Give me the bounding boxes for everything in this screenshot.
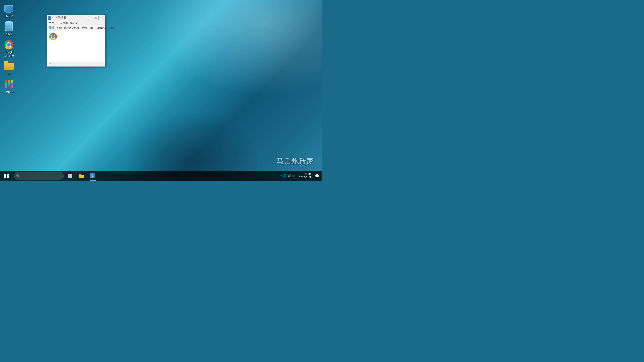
logo-pane-4 [7,176,9,178]
tab-app-history[interactable]: 应用历史记录 [63,26,80,30]
desktop-icon-recycle-bin[interactable]: 回收站 [1,21,17,37]
library-label: 库 [8,72,10,75]
task-view-icon [68,174,72,178]
tab-details[interactable]: 详细信息 [96,26,108,30]
menu-view[interactable]: 查看(V) [69,21,79,25]
taskmanager-window: 任务管理器 — □ ✕ 文件(F) 选项(O) 查看(V) 进程 性能 应用历史… [47,15,105,67]
svg-rect-0 [68,174,70,176]
content-area [47,30,105,62]
network-icon[interactable]: 🌐 [283,174,287,178]
taskbar-search-bar[interactable]: 🔍 [14,172,64,180]
clock-area[interactable]: 11:51 2020/7/29 [297,173,313,179]
chrome-loading-spinner [49,33,57,40]
systray-icons-area: ^ 🌐 🔊 英 [279,174,297,178]
taskbar-right-area: ^ 🌐 🔊 英 11:51 2020/7/29 💬 [279,171,322,181]
search-icon: 🔍 [16,174,20,178]
taskmanager-title-text: 任务管理器 [52,16,66,20]
status-bar: ⌃ [47,62,105,66]
clock-time: 11:51 [304,173,311,176]
start-button[interactable] [0,171,13,181]
maximize-button[interactable]: □ [94,16,99,20]
yczm64-label: yczm64 [4,90,14,94]
menu-bar: 文件(F) 选项(O) 查看(V) [47,21,105,25]
desktop-watermark: 马后炮砖家 [277,156,314,166]
this-pc-icon [4,4,14,14]
chrome-label: GoogleChrome [4,51,14,57]
library-icon [4,61,14,71]
chrome-icon [4,40,14,50]
logo-pane-1 [4,174,6,176]
volume-icon[interactable]: 🔊 [288,174,291,178]
taskbar-app-taskmanager[interactable]: ≡ [87,171,98,181]
taskmanager-title-icon [48,16,51,20]
notification-icon: 💬 [315,174,319,178]
yczm64-icon [4,79,14,89]
minimize-button[interactable]: — [88,16,93,20]
collapse-button[interactable]: ⌃ [48,62,52,66]
svg-rect-1 [70,174,72,176]
title-bar-left: 任务管理器 [48,16,66,20]
file-explorer-icon [79,174,84,178]
svg-rect-5 [79,174,81,175]
tab-services[interactable]: 服务 [108,26,116,30]
tab-startup[interactable]: 启动 [80,26,88,30]
taskbar-app-file-explorer[interactable] [76,171,87,181]
svg-rect-3 [70,176,72,178]
recycle-bin-label: 回收站 [5,32,13,36]
menu-options[interactable]: 选项(O) [58,21,69,25]
desktop-icon-google-chrome[interactable]: GoogleChrome [1,39,17,58]
desktop-icon-yczm64[interactable]: yczm64 [1,78,17,95]
desktop-icon-this-pc[interactable]: 此电脑 [1,3,17,19]
desktop-icon-library[interactable]: 库 [1,60,17,76]
tab-processes[interactable]: 进程 [48,25,55,30]
task-view-button[interactable] [65,171,75,181]
title-bar-buttons: — □ ✕ [88,16,104,20]
recycle-bin-icon [4,22,14,32]
title-bar: 任务管理器 — □ ✕ [47,15,105,21]
this-pc-label: 此电脑 [5,14,13,18]
notification-button[interactable]: 💬 [314,171,320,181]
taskbar-apps-area: ≡ [75,171,279,181]
chevron-up-icon: ⌃ [49,63,51,66]
windows-logo-icon [4,174,9,178]
logo-pane-2 [7,174,9,176]
menu-file[interactable]: 文件(F) [48,21,58,25]
logo-pane-3 [4,176,6,178]
taskmanager-taskbar-icon: ≡ [90,173,95,178]
systray-chevron-icon[interactable]: ^ [280,175,282,177]
tab-performance[interactable]: 性能 [55,26,63,30]
clock-date: 2020/7/29 [299,176,311,179]
svg-rect-2 [68,176,70,178]
desktop-icons-container: 此电脑 回收站 GoogleChrome 库 [0,0,18,97]
tab-users[interactable]: 用户 [88,26,96,30]
taskbar: 🔍 ≡ ^ 🌐 🔊 [0,171,322,181]
tab-bar: 进程 性能 应用历史记录 启动 用户 详细信息 服务 [47,25,105,30]
ime-icon[interactable]: 英 [292,174,295,178]
close-button[interactable]: ✕ [99,16,104,20]
